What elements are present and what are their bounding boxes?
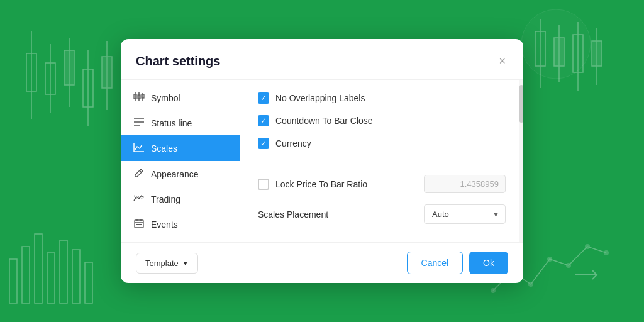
sidebar-item-events[interactable]: Events	[121, 211, 240, 237]
sidebar-label-trading: Trading	[151, 194, 180, 204]
checkmark-icon: ✓	[260, 117, 267, 125]
checkbox-label-no-overlapping: No Overlapping Labels	[275, 93, 365, 103]
footer-actions: Cancel Ok	[407, 252, 508, 274]
cancel-button[interactable]: Cancel	[407, 252, 464, 274]
content-divider	[258, 162, 506, 162]
checkbox-row-countdown: ✓ Countdown To Bar Close	[258, 115, 506, 126]
svg-rect-51	[138, 224, 140, 225]
modal-header: Chart settings ×	[121, 39, 523, 80]
scales-placement-select-wrapper: Auto Left Right ▼	[424, 204, 506, 224]
sidebar-item-status-line[interactable]: Status line	[121, 111, 240, 135]
checkbox-lock-price[interactable]	[258, 179, 269, 190]
pencil-icon	[133, 168, 145, 180]
modal-body: Symbol Status line	[121, 80, 523, 242]
scales-placement-select[interactable]: Auto Left Right	[424, 204, 506, 224]
modal-footer: Template ▼ Cancel Ok	[121, 242, 523, 283]
calendar-icon	[133, 218, 145, 230]
template-label: Template	[145, 258, 179, 268]
checkbox-label-currency: Currency	[275, 138, 311, 148]
scales-placement-label: Scales Placement	[258, 209, 328, 219]
sidebar-item-symbol[interactable]: Symbol	[121, 85, 240, 111]
lock-price-label: Lock Price To Bar Ratio	[275, 179, 367, 189]
scrollbar-thumb[interactable]	[519, 85, 523, 123]
candlestick-icon	[133, 92, 145, 104]
sidebar-label-symbol: Symbol	[151, 93, 180, 103]
trading-icon	[133, 194, 145, 204]
template-button[interactable]: Template ▼	[136, 253, 198, 274]
sidebar: Symbol Status line	[121, 80, 240, 242]
ok-button[interactable]: Ok	[469, 252, 508, 274]
scales-placement-row: Scales Placement Auto Left Right ▼	[258, 204, 506, 224]
content-area: ✓ No Overlapping Labels ✓ Countdown To B…	[240, 80, 523, 242]
lock-price-row: Lock Price To Bar Ratio	[258, 175, 506, 193]
checkbox-countdown[interactable]: ✓	[258, 115, 269, 126]
sidebar-label-status-line: Status line	[151, 118, 192, 128]
sidebar-item-scales[interactable]: Scales	[121, 135, 240, 161]
checkbox-no-overlapping[interactable]: ✓	[258, 92, 269, 104]
sidebar-item-appearance[interactable]: Appearance	[121, 161, 240, 187]
close-button[interactable]: ×	[496, 53, 508, 69]
svg-line-45	[140, 170, 142, 172]
sidebar-label-events: Events	[151, 219, 178, 230]
lock-price-input[interactable]	[424, 175, 506, 193]
modal-overlay: Chart settings ×	[0, 0, 644, 322]
chart-settings-modal: Chart settings ×	[121, 39, 523, 283]
checkbox-row-currency: ✓ Currency	[258, 138, 506, 149]
checkbox-currency[interactable]: ✓	[258, 138, 269, 149]
svg-rect-52	[140, 224, 142, 225]
sidebar-label-scales: Scales	[151, 143, 177, 153]
checkbox-row-no-overlapping: ✓ No Overlapping Labels	[258, 92, 506, 104]
checkbox-label-countdown: Countdown To Bar Close	[275, 116, 373, 126]
scrollbar-track	[519, 80, 523, 242]
sidebar-item-trading[interactable]: Trading	[121, 187, 240, 211]
svg-rect-50	[136, 224, 138, 225]
chevron-down-icon: ▼	[182, 260, 189, 267]
checkmark-icon: ✓	[260, 140, 267, 147]
lines-icon	[133, 118, 145, 128]
checkmark-icon: ✓	[260, 94, 267, 102]
sidebar-label-appearance: Appearance	[151, 169, 199, 179]
modal-title: Chart settings	[136, 54, 220, 69]
scales-icon	[133, 142, 145, 154]
